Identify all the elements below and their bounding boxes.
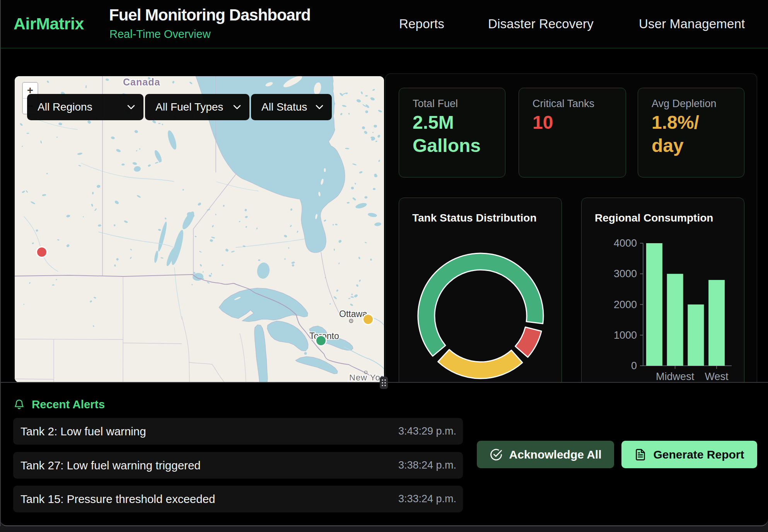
app-header: AirMatrix Fuel Monitoring Dashboard Real…: [0, 0, 768, 48]
alert-time: 3:33:24 p.m.: [398, 493, 456, 505]
region-filter-select[interactable]: All Regions: [27, 94, 143, 120]
grip-dots-icon: [380, 377, 388, 389]
bar-West[interactable]: [708, 280, 725, 366]
recent-alerts-header: Recent Alerts: [14, 398, 105, 411]
alert-message: Tank 2: Low fuel warning: [20, 425, 146, 438]
tank-marker-critical[interactable]: [37, 247, 47, 257]
alert-message: Tank 15: Pressure threshold exceeded: [20, 493, 215, 506]
bar-col1[interactable]: [646, 243, 662, 366]
bar-ytick-label: 3000: [614, 268, 637, 280]
map-canvas: CanadaOttawaTorontoNew York: [15, 76, 384, 382]
bar-xtick-label: West: [705, 371, 729, 382]
chart-title: Tank Status Distribution: [412, 212, 537, 224]
acknowledge-all-button[interactable]: Acknowledge All: [477, 441, 614, 468]
check-circle-icon: [490, 448, 503, 461]
bar-ytick-label: 4000: [614, 237, 637, 249]
fuel-type-filter-select[interactable]: All Fuel Types: [145, 94, 249, 120]
map-label-canada: Canada: [123, 77, 160, 87]
chevron-down-icon: [233, 105, 241, 109]
tank-marker-normal[interactable]: [316, 336, 326, 346]
bar-col3[interactable]: [688, 305, 704, 366]
chart-title: Regional Consumption: [595, 212, 713, 224]
chevron-down-icon: [127, 105, 135, 109]
stat-card-total-fuel: Total Fuel 2.5MGallons: [399, 88, 505, 177]
stat-card-critical-tanks: Critical Tanks 10: [519, 88, 626, 177]
bar-ytick-label: 0: [631, 360, 637, 372]
alert-time: 3:38:24 p.m.: [398, 459, 456, 471]
bar-ytick-label: 2000: [614, 299, 637, 310]
alert-row[interactable]: Tank 2: Low fuel warning 3:43:29 p.m.: [13, 418, 463, 445]
status-filter-select[interactable]: All Status: [251, 94, 332, 120]
tank-status-card: Tank Status Distribution: [399, 198, 562, 382]
nav-item-reports[interactable]: Reports: [399, 17, 444, 31]
alert-message: Tank 27: Low fuel warning triggered: [20, 459, 201, 472]
splitter-grip-handle[interactable]: [380, 377, 388, 389]
bell-icon: [14, 399, 24, 410]
acknowledge-all-label: Acknowledge All: [509, 448, 602, 461]
stat-value: 1.8%/day: [652, 111, 744, 157]
regional-consumption-bar-chart: 01000200030004000MidwestWest: [582, 198, 745, 382]
file-text-icon: [634, 448, 647, 461]
nav-item-disaster-recovery[interactable]: Disaster Recovery: [488, 17, 594, 31]
alert-row[interactable]: Tank 27: Low fuel warning triggered 3:38…: [13, 452, 463, 479]
donut-slice-critical[interactable]: [515, 327, 542, 357]
tank-marker-warning[interactable]: [363, 314, 374, 325]
stat-value: 2.5MGallons: [413, 111, 505, 157]
fuel-type-filter-value: All Fuel Types: [155, 101, 223, 113]
bar-xtick-label: Midwest: [656, 371, 695, 382]
stat-card-avg-depletion: Avg Depletion 1.8%/day: [638, 88, 744, 177]
recent-alerts-title: Recent Alerts: [32, 398, 105, 411]
generate-report-button[interactable]: Generate Report: [621, 441, 757, 468]
stat-value: 10: [532, 111, 626, 134]
alert-time: 3:43:29 p.m.: [398, 425, 456, 437]
alert-row[interactable]: Tank 15: Pressure threshold exceeded 3:3…: [13, 486, 463, 512]
fuel-map[interactable]: CanadaOttawaTorontoNew York + − All Regi…: [15, 76, 384, 382]
stat-label: Avg Depletion: [652, 98, 744, 110]
bar-ytick-label: 1000: [614, 329, 637, 341]
donut-slice-warning[interactable]: [438, 350, 522, 379]
main-nav: Reports Disaster Recovery User Managemen…: [0, 0, 768, 48]
stat-label: Total Fuel: [413, 98, 505, 110]
map-label-new-york: New York: [349, 373, 384, 382]
regional-consumption-card: 01000200030004000MidwestWest Regional Co…: [581, 198, 744, 382]
map-filters: All Regions All Fuel Types All Status: [27, 94, 332, 120]
app-window: AirMatrix Fuel Monitoring Dashboard Real…: [0, 0, 768, 526]
status-filter-value: All Status: [261, 101, 307, 113]
tank-status-donut-chart: [399, 198, 562, 382]
bar-Midwest[interactable]: [667, 274, 683, 366]
stat-label: Critical Tanks: [532, 98, 626, 110]
window-edge: [0, 0, 1, 526]
generate-report-label: Generate Report: [653, 448, 744, 461]
region-filter-value: All Regions: [38, 101, 92, 113]
chevron-down-icon: [316, 105, 323, 109]
overview-panel: Total Fuel 2.5MGallons Critical Tanks 10…: [385, 73, 757, 382]
nav-item-user-management[interactable]: User Management: [639, 17, 745, 31]
